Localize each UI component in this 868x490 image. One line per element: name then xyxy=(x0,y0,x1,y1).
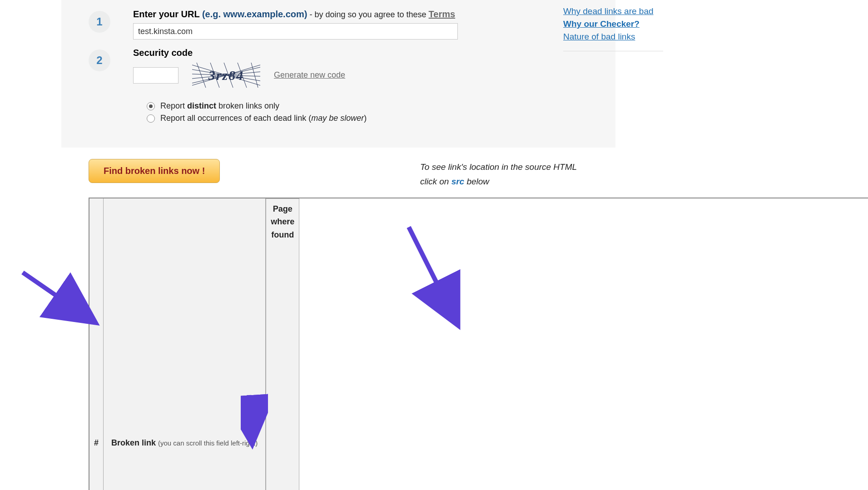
svg-line-7 xyxy=(210,63,219,88)
find-links-button[interactable]: Find broken links now ! xyxy=(89,159,220,183)
generate-code-link[interactable]: Generate new code xyxy=(274,70,345,80)
radio-distinct-post: broken links only xyxy=(216,101,279,110)
results-area: Find broken links now ! To see link's lo… xyxy=(61,148,615,490)
sidebar-link-checker[interactable]: Why our Checker? xyxy=(563,19,663,29)
radio-all-em: may be slower xyxy=(311,114,364,123)
hint-line2a: click on xyxy=(420,177,451,186)
th-page-found: Page where found xyxy=(266,198,299,490)
captcha-image: 3rz84 xyxy=(192,63,260,88)
step-1-badge: 1 xyxy=(89,11,110,33)
step-2-badge: 2 xyxy=(89,49,110,71)
radio-all-post: ) xyxy=(364,114,367,123)
sidebar-link-dead-links[interactable]: Why dead links are bad xyxy=(563,6,663,16)
hint-text: To see link's location in the source HTM… xyxy=(420,159,602,189)
th-number: # xyxy=(89,198,104,490)
terms-link[interactable]: Terms xyxy=(429,9,456,19)
hint-line1: To see link's location in the source HTM… xyxy=(420,162,577,172)
hint-src: src xyxy=(451,177,465,186)
form-area: 1 Enter your URL (e.g. www.example.com) … xyxy=(61,0,615,148)
radio-distinct-dot[interactable] xyxy=(147,102,155,110)
th-broken-link-label: Broken link xyxy=(111,438,156,447)
th-broken-link-sub: (you can scroll this field left-right) xyxy=(158,439,258,447)
radio-all[interactable]: Report all occurrences of each dead link… xyxy=(147,114,602,123)
sidebar: Why dead links are bad Why our Checker? … xyxy=(563,4,663,51)
hint-line2b: below xyxy=(464,177,489,186)
step-2-title: Security code xyxy=(133,48,602,58)
svg-line-9 xyxy=(238,63,247,88)
step-1-title: Enter your URL (e.g. www.example.com) - … xyxy=(133,9,602,20)
results-table: # Broken link (you can scroll this field… xyxy=(89,198,868,490)
url-input[interactable] xyxy=(133,23,458,40)
svg-line-6 xyxy=(197,63,206,88)
captcha-input[interactable] xyxy=(133,67,179,84)
radio-distinct-pre: Report xyxy=(160,101,187,110)
step-1-title-pre: Enter your URL xyxy=(133,9,202,19)
step-2: 2 Security code 3rz84 xyxy=(89,48,602,126)
step-1: 1 Enter your URL (e.g. www.example.com) … xyxy=(89,9,602,40)
th-broken-link: Broken link (you can scroll this field l… xyxy=(104,198,266,490)
radio-distinct[interactable]: Report distinct broken links only xyxy=(147,101,602,111)
captcha-scribble-icon xyxy=(192,63,260,88)
sidebar-link-nature[interactable]: Nature of bad links xyxy=(563,32,663,42)
step-1-title-eg: (e.g. www.example.com) xyxy=(202,9,308,19)
radio-all-pre: Report all occurrences of each dead link… xyxy=(160,114,311,123)
radio-all-dot[interactable] xyxy=(147,114,155,123)
step-1-title-tail: - by doing so you agree to these xyxy=(307,10,428,19)
radio-distinct-bold: distinct xyxy=(187,101,216,110)
